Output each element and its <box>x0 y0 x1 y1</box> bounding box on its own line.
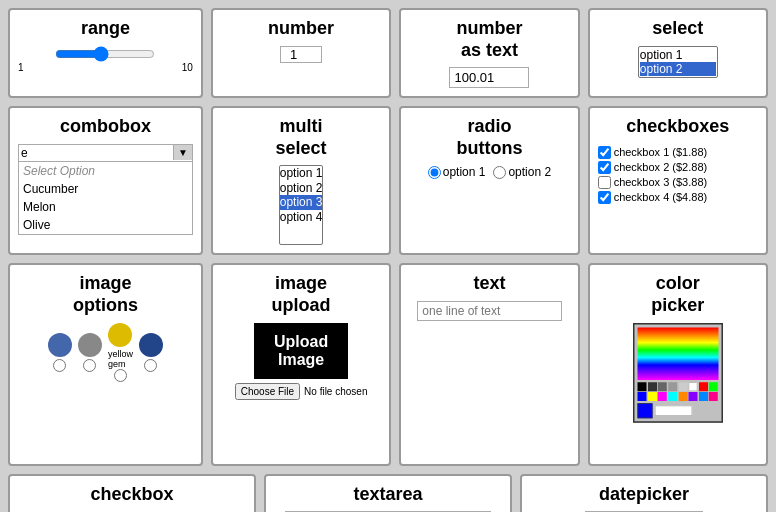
swatch-7[interactable] <box>699 382 708 391</box>
checkboxes-content: checkbox 1 ($1.88) checkbox 2 ($2.88) ch… <box>598 144 758 206</box>
img-opt-circle-4 <box>139 333 163 357</box>
radio-content: option 1 option 2 <box>409 165 569 179</box>
swatch-2[interactable] <box>648 382 657 391</box>
img-opt-circle-1 <box>48 333 72 357</box>
cpicker-outer <box>633 323 723 423</box>
no-file-label: No file chosen <box>304 386 367 397</box>
combo-option-cucumber[interactable]: Cucumber <box>19 180 192 198</box>
ms-option-1[interactable]: option 1 <box>280 166 323 180</box>
checkbox-item-1[interactable]: checkbox 1 ($1.88) <box>598 146 758 159</box>
ms-option-3[interactable]: option 3 <box>280 195 323 209</box>
img-opt-radio-4[interactable] <box>144 359 157 372</box>
swatch-12[interactable] <box>668 392 677 401</box>
text-input[interactable] <box>417 301 561 321</box>
checkbox-input-2[interactable] <box>598 161 611 174</box>
range-content: 1 10 <box>18 46 193 73</box>
checkbox-label-1: checkbox 1 ($1.88) <box>614 146 708 158</box>
select-option-1[interactable]: option 1 <box>640 48 716 62</box>
combobox-content: ▼ Select Option Cucumber Melon Olive <box>18 144 193 235</box>
hex-input[interactable] <box>655 405 693 416</box>
img-opts-row: yellowgem <box>48 323 163 382</box>
checkbox-item-2[interactable]: checkbox 2 ($2.88) <box>598 161 758 174</box>
swatch-15[interactable] <box>699 392 708 401</box>
swatch-1[interactable] <box>637 382 646 391</box>
checkbox-input-4[interactable] <box>598 191 611 204</box>
color-preview <box>637 403 652 418</box>
select-option-2[interactable]: option 2 <box>640 62 716 76</box>
radio-option-2-label[interactable]: option 2 <box>493 165 551 179</box>
image-upload-title: imageupload <box>272 273 331 316</box>
combo-arrow-icon[interactable]: ▼ <box>173 145 192 160</box>
bottom-grid: checkbox checkbox label textarea datepic… <box>8 474 768 512</box>
number-widget: number <box>211 8 391 98</box>
cpicker-gradient[interactable] <box>637 327 718 380</box>
swatch-3[interactable] <box>658 382 667 391</box>
range-min: 1 <box>18 62 24 73</box>
img-opt-4[interactable] <box>139 333 163 372</box>
checkbox-item-4[interactable]: checkbox 4 ($4.88) <box>598 191 758 204</box>
swatch-4[interactable] <box>668 382 677 391</box>
cpicker-bottom <box>637 403 718 418</box>
radio-widget: radiobuttons option 1 option 2 <box>399 106 579 255</box>
checkbox-input-3[interactable] <box>598 176 611 189</box>
checkbox-bottom-widget: checkbox checkbox label <box>8 474 256 512</box>
color-picker-wrap <box>633 323 723 423</box>
combo-input[interactable] <box>19 145 173 161</box>
radio-input-2[interactable] <box>493 166 506 179</box>
image-options-widget: imageoptions yellowgem <box>8 263 203 465</box>
combo-option-melon[interactable]: Melon <box>19 198 192 216</box>
img-opt-1[interactable] <box>48 333 72 372</box>
textarea-widget: textarea <box>264 474 512 512</box>
img-opt-radio-1[interactable] <box>53 359 66 372</box>
checkbox-label-3: checkbox 3 ($3.88) <box>614 176 708 188</box>
swatch-8[interactable] <box>709 382 718 391</box>
swatch-9[interactable] <box>637 392 646 401</box>
multiselect-title: multiselect <box>276 116 327 159</box>
number-content <box>221 46 381 63</box>
number-as-text-input[interactable] <box>449 67 529 88</box>
swatch-5[interactable] <box>678 382 687 391</box>
swatch-11[interactable] <box>658 392 667 401</box>
color-picker-title: colorpicker <box>651 273 704 316</box>
swatch-16[interactable] <box>709 392 718 401</box>
range-widget: range 1 10 <box>8 8 203 98</box>
radio-input-1[interactable] <box>428 166 441 179</box>
number-as-text-content <box>409 67 569 88</box>
number-input[interactable] <box>281 47 321 62</box>
radio-title: radiobuttons <box>456 116 522 159</box>
number-title: number <box>268 18 334 40</box>
range-input[interactable] <box>55 46 155 62</box>
text-title: text <box>473 273 505 295</box>
swatch-6[interactable] <box>688 382 697 391</box>
img-opt-2[interactable] <box>78 333 102 372</box>
swatch-14[interactable] <box>688 392 697 401</box>
checkbox-item-3[interactable]: checkbox 3 ($3.88) <box>598 176 758 189</box>
checkboxes-title: checkboxes <box>626 116 729 138</box>
combo-option-olive[interactable]: Olive <box>19 216 192 234</box>
multiselect-input[interactable]: option 1 option 2 option 3 option 4 <box>279 165 324 245</box>
swatch-13[interactable] <box>678 392 687 401</box>
radio-option-1-label[interactable]: option 1 <box>428 165 486 179</box>
img-opt-3[interactable]: yellowgem <box>108 323 133 382</box>
combo-list: Select Option Cucumber Melon Olive <box>18 162 193 235</box>
checkbox-input-1[interactable] <box>598 146 611 159</box>
upload-box[interactable]: UploadImage <box>254 323 348 379</box>
main-grid: range 1 10 number numberas text select <box>8 8 768 466</box>
checkbox-list: checkbox 1 ($1.88) checkbox 2 ($2.88) ch… <box>598 144 758 206</box>
combobox-widget: combobox ▼ Select Option Cucumber Melon … <box>8 106 203 255</box>
select-input[interactable]: option 1 option 2 <box>638 46 718 79</box>
text-widget: text <box>399 263 579 465</box>
range-title: range <box>81 18 130 40</box>
combo-option-placeholder[interactable]: Select Option <box>19 162 192 180</box>
ms-option-2[interactable]: option 2 <box>280 181 323 195</box>
checkboxes-widget: checkboxes checkbox 1 ($1.88) checkbox 2… <box>588 106 768 255</box>
swatch-10[interactable] <box>648 392 657 401</box>
color-picker-widget: colorpicker <box>588 263 768 465</box>
ms-option-4[interactable]: option 4 <box>280 210 323 224</box>
img-opt-radio-2[interactable] <box>83 359 96 372</box>
combo-header: ▼ <box>18 144 193 162</box>
checkbox-bottom-title: checkbox <box>90 484 173 506</box>
choose-file-button[interactable]: Choose File <box>235 383 300 400</box>
img-opt-circle-2 <box>78 333 102 357</box>
img-opt-radio-3[interactable] <box>114 369 127 382</box>
